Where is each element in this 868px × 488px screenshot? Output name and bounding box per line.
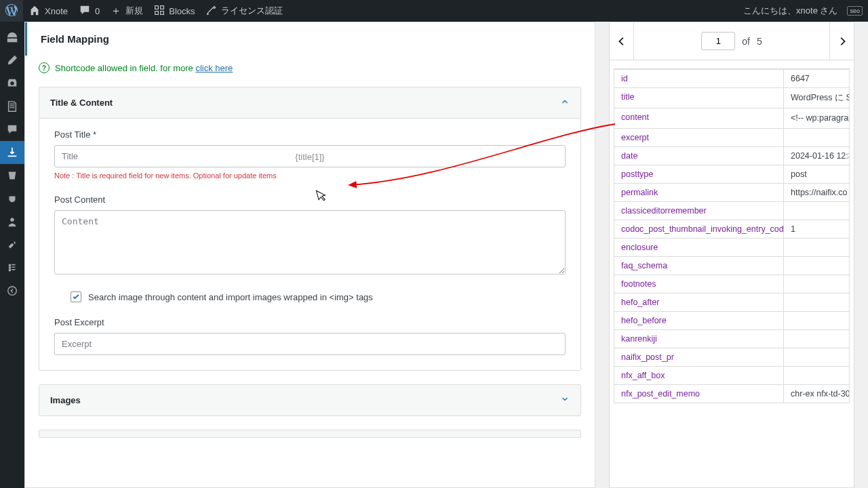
table-row[interactable]: hefo_before — [614, 312, 850, 330]
row-value: post — [784, 165, 850, 184]
row-value — [784, 293, 850, 312]
table-row[interactable]: kanrenkiji — [614, 330, 850, 348]
post-content-input[interactable] — [54, 210, 566, 274]
table-row[interactable]: id6647 — [614, 70, 850, 88]
row-key: content — [614, 108, 784, 129]
comments-count: 0 — [95, 6, 100, 16]
sidebar-pages[interactable] — [0, 95, 24, 118]
sidebar-settings[interactable] — [0, 256, 24, 279]
blocks-menu[interactable]: Blocks — [149, 0, 200, 22]
search-image-label: Search image through content and import … — [88, 292, 373, 302]
post-content-group: Post Content — [54, 195, 566, 277]
sidebar-dashboard[interactable] — [0, 26, 24, 49]
chevron-up-icon — [560, 97, 570, 108]
row-key: hefo_after — [614, 293, 784, 312]
row-value — [784, 312, 850, 330]
pager-prev-button[interactable] — [610, 22, 634, 60]
sidebar-tools[interactable] — [0, 233, 24, 256]
table-row[interactable]: classiceditorremember — [614, 202, 850, 220]
row-key: naifix_post_pr — [614, 348, 784, 367]
panel-next-header[interactable] — [39, 430, 580, 437]
sidebar-plugins[interactable] — [0, 187, 24, 210]
license-label: ライセンス認証 — [221, 5, 283, 17]
sidebar-import-active[interactable] — [0, 141, 24, 164]
table-row[interactable]: titleWordPress に SE — [614, 88, 850, 108]
table-row[interactable]: naifix_post_pr — [614, 348, 850, 367]
row-value — [784, 367, 850, 385]
pager-next-button[interactable] — [829, 22, 854, 60]
preview-pager: of 5 — [610, 22, 854, 60]
table-row[interactable]: posttypepost — [614, 165, 850, 184]
user-greeting[interactable]: こんにちは、xnote さん — [738, 0, 843, 22]
comment-icon — [79, 4, 91, 18]
post-excerpt-input[interactable] — [54, 333, 566, 355]
shortcode-notice: ? Shortcode allowed in field. for more c… — [25, 56, 595, 80]
table-row[interactable]: hefo_after — [614, 293, 850, 312]
row-key: faq_schema — [614, 257, 784, 275]
panel-title-content: Title & Content Post Title * {title[1]} … — [39, 87, 581, 371]
section-title: Field Mapping — [41, 33, 581, 45]
row-value — [784, 239, 850, 257]
pager-current-input[interactable] — [701, 32, 735, 50]
sidebar-posts[interactable] — [0, 49, 24, 72]
row-value: https://naifix.co — [784, 184, 850, 202]
search-image-checkbox[interactable] — [71, 291, 81, 302]
panel-next — [39, 430, 581, 438]
panel-images-header[interactable]: Images — [39, 385, 580, 415]
row-key: nfx_aff_box — [614, 367, 784, 385]
admin-sidebar — [0, 22, 24, 488]
row-key: classiceditorremember — [614, 202, 784, 220]
chevron-down-icon — [560, 394, 570, 406]
svg-point-4 — [8, 287, 17, 296]
sidebar-users[interactable] — [0, 210, 24, 233]
row-value — [784, 257, 850, 275]
row-key: footnotes — [614, 275, 784, 293]
post-title-group: Post Title * {title[1]} Note : Title is … — [54, 129, 566, 180]
post-title-input[interactable] — [54, 145, 566, 167]
svg-rect-1 — [161, 5, 164, 9]
new-content-menu[interactable]: ＋ 新規 — [105, 0, 149, 22]
home-icon — [28, 4, 41, 18]
table-row[interactable]: faq_schema — [614, 257, 850, 275]
row-value: 2024-01-16 12:33 — [784, 147, 850, 165]
sidebar-comments[interactable] — [0, 118, 24, 141]
row-key: nfx_post_edit_memo — [614, 385, 784, 403]
table-row[interactable]: excerpt — [614, 129, 850, 147]
row-key: enclosure — [614, 239, 784, 257]
row-value: 1 — [784, 220, 850, 239]
row-key: posttype — [614, 165, 784, 184]
table-row[interactable]: footnotes — [614, 275, 850, 293]
row-key: date — [614, 147, 784, 165]
new-label: 新規 — [125, 5, 143, 17]
wordpress-icon — [5, 4, 18, 18]
preview-data-table: id6647titleWordPress に SEcontent<!-- wp:… — [614, 68, 850, 487]
license-menu[interactable]: ライセンス認証 — [201, 0, 288, 22]
sidebar-appearance[interactable] — [0, 164, 24, 187]
table-row[interactable]: permalinkhttps://naifix.co — [614, 184, 850, 202]
row-key: kanrenkiji — [614, 330, 784, 348]
pager-of-label: of — [742, 36, 750, 47]
table-row[interactable]: content<!-- wp:paragraph 当に必要なのでし なく、むしろ… — [614, 108, 850, 129]
row-key: excerpt — [614, 129, 784, 147]
table-row[interactable]: enclosure — [614, 239, 850, 257]
post-excerpt-label: Post Excerpt — [54, 317, 566, 327]
shortcode-link[interactable]: click here — [195, 63, 233, 73]
plus-icon: ＋ — [111, 5, 121, 16]
preview-col: of 5 id6647titleWordPress に SEcontent<!-… — [609, 22, 854, 488]
sidebar-media[interactable] — [0, 72, 24, 95]
panel-title-content-header[interactable]: Title & Content — [39, 87, 580, 119]
table-row[interactable]: date2024-01-16 12:33 — [614, 147, 850, 165]
panel-images: Images — [39, 384, 581, 416]
row-value: WordPress に SE — [784, 88, 850, 108]
wp-logo-menu[interactable] — [0, 0, 23, 22]
row-value — [784, 275, 850, 293]
sidebar-collapse[interactable] — [0, 279, 24, 302]
shortcode-notice-text: Shortcode allowed in field. for more — [55, 63, 195, 73]
comments-menu[interactable]: 0 — [73, 0, 105, 22]
site-name-menu[interactable]: Xnote — [23, 0, 73, 22]
row-key: id — [614, 70, 784, 88]
site-name-label: Xnote — [45, 6, 68, 16]
table-row[interactable]: nfx_post_edit_memochr-ex nfx-td-30 s — [614, 385, 850, 403]
table-row[interactable]: nfx_aff_box — [614, 367, 850, 385]
table-row[interactable]: codoc_post_thumbnail_invoking_entry_code… — [614, 220, 850, 239]
